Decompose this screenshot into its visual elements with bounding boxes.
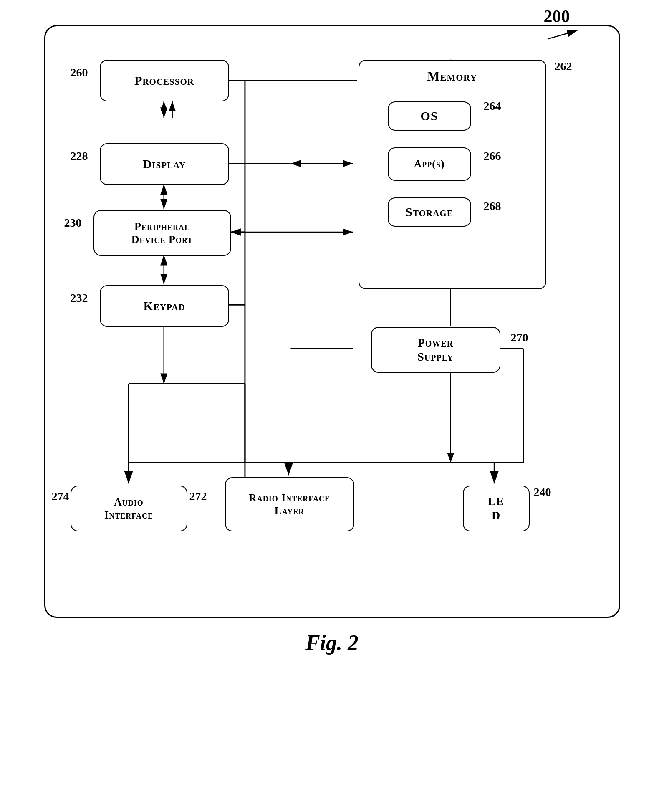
led-label: LED (488, 494, 504, 522)
peripheral-box: PeripheralDevice Port (93, 210, 231, 256)
processor-box: Processor (100, 60, 229, 101)
audio-label: AudioInterface (104, 496, 153, 521)
display-label: Display (143, 157, 186, 172)
memory-label: Memory (427, 68, 477, 84)
storage-box: Storage (388, 197, 471, 227)
figure-caption: Fig. 2 (305, 630, 359, 655)
display-box: Display (100, 143, 229, 185)
diagram-wrapper: 200 (44, 25, 620, 618)
processor-label: Processor (134, 73, 194, 88)
ref-240: 240 (534, 486, 551, 499)
ref-230: 230 (64, 216, 82, 230)
led-box: LED (463, 486, 530, 531)
ref-260: 260 (71, 66, 88, 79)
storage-label: Storage (405, 205, 453, 220)
ref-262: 262 (555, 60, 572, 73)
keypad-label: Keypad (143, 298, 185, 314)
ril-label: Radio InterfaceLayer (249, 491, 330, 517)
ref-270: 270 (511, 331, 528, 344)
ref-272: 272 (189, 490, 207, 503)
main-diagram-box: Processor Display PeripheralDevice Port … (44, 25, 620, 618)
apps-box: App(s) (388, 147, 471, 181)
ril-box: Radio InterfaceLayer (225, 477, 354, 531)
power-label: PowerSupply (417, 336, 453, 364)
page: 200 (0, 0, 664, 812)
ref-266: 266 (484, 149, 501, 163)
os-label: OS (420, 109, 438, 124)
peripheral-label: PeripheralDevice Port (131, 220, 193, 246)
svg-line-33 (548, 30, 577, 39)
ref-232: 232 (71, 291, 88, 305)
ref-268: 268 (484, 200, 501, 213)
ref-228: 228 (71, 149, 88, 163)
ref-264: 264 (484, 99, 501, 113)
figure-number-label: 200 (544, 6, 570, 26)
ref-274: 274 (52, 490, 69, 503)
keypad-box: Keypad (100, 285, 229, 327)
power-supply-box: PowerSupply (371, 327, 500, 373)
audio-box: AudioInterface (71, 486, 187, 531)
apps-label: App(s) (414, 157, 444, 170)
os-box: OS (388, 101, 471, 131)
